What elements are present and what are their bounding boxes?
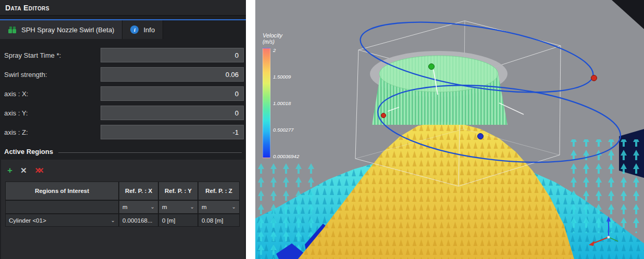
tab-label: Info bbox=[143, 26, 155, 34]
ref-p-y-cell[interactable]: 0 [m] bbox=[158, 214, 198, 227]
chevron-down-icon: ⌄ bbox=[232, 204, 236, 210]
section-rule bbox=[58, 152, 242, 153]
gizmo-handle-red-left[interactable] bbox=[381, 113, 386, 118]
column-header-ref-x: Ref. P. : X bbox=[119, 182, 158, 200]
add-region-button[interactable]: + bbox=[7, 166, 13, 175]
column-header-ref-z: Ref. P. : Z bbox=[198, 182, 240, 200]
info-icon: i bbox=[130, 25, 139, 34]
x-icon: ✕ bbox=[38, 166, 44, 175]
unit-select-z[interactable]: m ⌄ bbox=[198, 200, 240, 214]
chevron-down-icon: ⌄ bbox=[151, 204, 155, 210]
tick-label: 0.500277 bbox=[273, 127, 294, 133]
field-label: Spray Start Time *: bbox=[4, 51, 101, 59]
gizmo-handle-red-right[interactable] bbox=[591, 75, 597, 81]
tab-info[interactable]: i Info bbox=[122, 20, 163, 39]
column-header-ref-y: Ref. P. : Y bbox=[158, 182, 198, 200]
field-label: axis : X: bbox=[4, 90, 101, 98]
regions-toolbar: + ✕ ✕✕ bbox=[7, 166, 241, 175]
axis-x-input[interactable] bbox=[101, 86, 244, 101]
active-regions-section-header: Active Regions bbox=[4, 148, 242, 156]
remove-all-regions-button[interactable]: ✕✕ bbox=[35, 166, 44, 174]
field-label: axis : Z: bbox=[4, 128, 101, 136]
ref-p-z-cell[interactable]: 0.08 [m] bbox=[198, 214, 240, 227]
remove-region-button[interactable]: ✕ bbox=[20, 166, 27, 174]
gizmo-handle-green[interactable] bbox=[429, 64, 435, 70]
colorbar bbox=[263, 48, 270, 158]
legend-title: Velocity bbox=[263, 32, 309, 39]
region-value: Cylinder <01> bbox=[9, 217, 46, 224]
tick-label: 1.50009 bbox=[273, 74, 291, 80]
regions-table: Regions of Interest Ref. P. : X Ref. P. … bbox=[5, 182, 241, 227]
panel-title: Data Editors bbox=[5, 4, 49, 12]
data-editors-panel: Data Editors SPH Spray Nozzle Swirl (Bet… bbox=[0, 0, 246, 259]
parameter-form: Spray Start Time *: Swirl strength: axis… bbox=[0, 47, 246, 140]
ref-p-x-cell[interactable]: 0.000168... bbox=[119, 214, 158, 227]
chevron-down-icon: ⌄ bbox=[190, 204, 194, 210]
swirl-strength-input[interactable] bbox=[101, 67, 244, 82]
unit-value: m bbox=[122, 204, 128, 210]
unit-cell-blank bbox=[5, 200, 119, 214]
section-title: Active Regions bbox=[4, 148, 53, 156]
app-window: Data Editors SPH Spray Nozzle Swirl (Bet… bbox=[0, 0, 644, 259]
velocity-legend: Velocity (m/s) 2 1.50009 1.00018 0.50027… bbox=[263, 32, 309, 158]
tab-label: SPH Spray Nozzle Swirl (Beta) bbox=[21, 26, 114, 34]
panel-gap bbox=[246, 0, 255, 259]
tab-sph-spray-nozzle-swirl[interactable]: SPH Spray Nozzle Swirl (Beta) bbox=[0, 20, 122, 39]
nozzle-cylinder bbox=[370, 51, 507, 125]
gizmo-handle-blue[interactable] bbox=[478, 134, 484, 139]
field-label: axis : Y: bbox=[4, 109, 101, 117]
unit-value: m bbox=[202, 204, 207, 210]
tick-label: 2 bbox=[273, 47, 276, 53]
column-header-regions: Regions of Interest bbox=[5, 182, 119, 200]
unit-value: m bbox=[162, 204, 167, 210]
field-row-spray-start-time: Spray Start Time *: bbox=[4, 47, 244, 63]
field-row-swirl-strength: Swirl strength: bbox=[4, 67, 244, 82]
tick-label: 0.00036942 bbox=[273, 153, 299, 159]
field-row-axis-x: axis : X: bbox=[4, 86, 244, 101]
tick-label: 1.00018 bbox=[273, 100, 291, 106]
axis-z-input[interactable] bbox=[101, 125, 244, 139]
panel-header: Data Editors bbox=[0, 0, 246, 16]
nozzle-module-icon bbox=[8, 26, 17, 34]
unit-select-y[interactable]: m ⌄ bbox=[158, 200, 198, 214]
field-row-axis-z: axis : Z: bbox=[4, 124, 244, 140]
active-regions-subpanel: + ✕ ✕✕ Regions of Interest Ref. P. : X R… bbox=[1, 160, 245, 259]
spray-start-time-input[interactable] bbox=[101, 48, 244, 62]
axis-y-input[interactable] bbox=[101, 106, 244, 120]
field-label: Swirl strength: bbox=[4, 71, 101, 79]
tab-bar: SPH Spray Nozzle Swirl (Beta) i Info bbox=[0, 20, 246, 39]
unit-select-x[interactable]: m ⌄ bbox=[119, 200, 158, 214]
region-select[interactable]: Cylinder <01> ⌄ bbox=[5, 214, 119, 227]
colorbar-ticks: 2 1.50009 1.00018 0.500277 0.00036942 bbox=[273, 48, 309, 158]
chevron-down-icon: ⌄ bbox=[111, 218, 115, 223]
scene-3d bbox=[255, 0, 644, 259]
legend-unit: (m/s) bbox=[263, 39, 309, 45]
field-row-axis-y: axis : Y: bbox=[4, 105, 244, 121]
viewport-3d[interactable]: Velocity (m/s) 2 1.50009 1.00018 0.50027… bbox=[255, 0, 644, 259]
